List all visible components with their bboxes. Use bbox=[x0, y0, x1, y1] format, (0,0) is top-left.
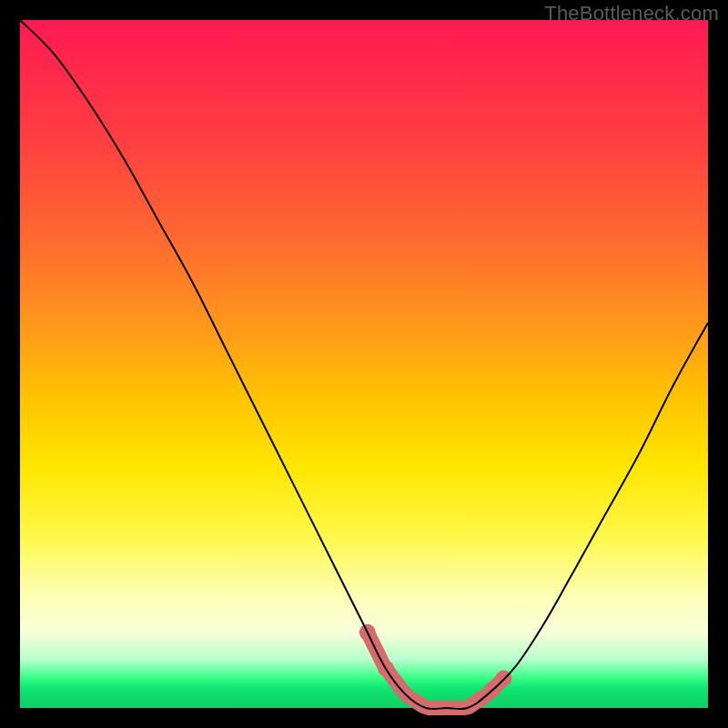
highlight-dots bbox=[359, 624, 512, 707]
chart-frame: TheBottleneck.com bbox=[0, 0, 728, 728]
curve-layer bbox=[20, 20, 708, 708]
plot-area bbox=[20, 20, 708, 708]
bottleneck-curve bbox=[20, 20, 708, 709]
watermark-text: TheBottleneck.com bbox=[544, 2, 719, 25]
